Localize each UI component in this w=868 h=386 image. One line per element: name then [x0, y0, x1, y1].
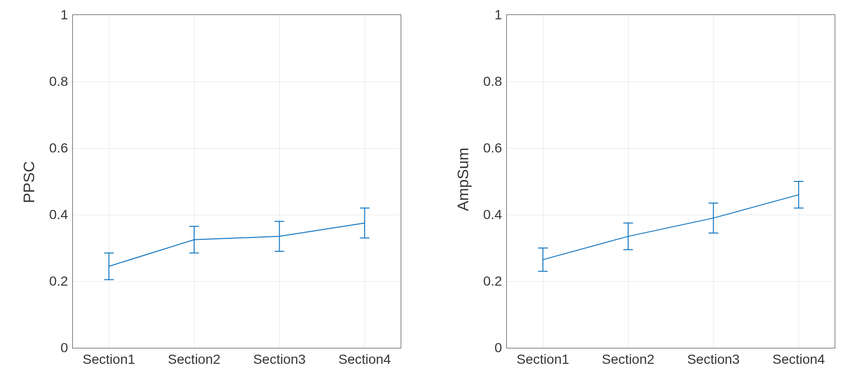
y-tick-label: 1: [494, 7, 502, 23]
x-tick-label: Section1: [516, 352, 569, 367]
x-tick-label: Section2: [602, 352, 654, 367]
charts-container: 00.20.40.60.81Section1Section2Section3Se…: [0, 0, 868, 386]
y-tick-label: 0.6: [483, 140, 502, 156]
y-tick-label: 0: [494, 340, 502, 356]
y-tick-label: 0.2: [483, 274, 502, 289]
plot-area: 00.20.40.60.81Section1Section2Section3Se…: [506, 14, 835, 348]
y-axis-label: AmpSum: [454, 153, 472, 211]
series-line: [543, 195, 799, 260]
x-tick-label: Section3: [687, 352, 740, 367]
y-tick-label: 0.4: [483, 207, 502, 222]
data-svg: [507, 15, 835, 348]
y-tick-label: 0.8: [483, 74, 502, 89]
chart-panel-1: 00.20.40.60.81Section1Section2Section3Se…: [0, 0, 868, 386]
x-tick-label: Section4: [773, 352, 825, 367]
